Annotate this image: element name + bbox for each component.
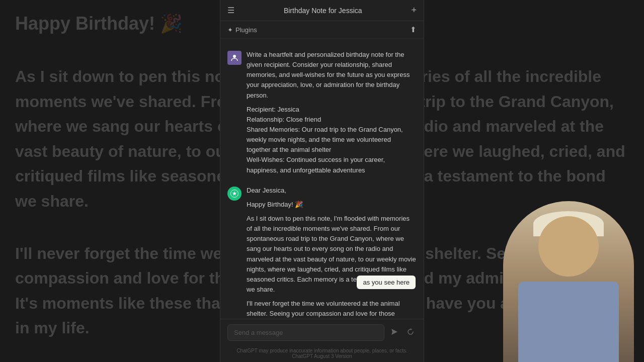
message-input[interactable] bbox=[227, 324, 384, 341]
tooltip-bubble: as you see here bbox=[357, 276, 416, 289]
share-icon[interactable]: ⬆ bbox=[410, 25, 417, 34]
ai-message: Dear Jessica, Happy Birthday! 🎉 As I sit… bbox=[220, 180, 424, 319]
plugins-button[interactable]: ✦ Plugins bbox=[227, 26, 257, 34]
chat-title: Birthday Note for Jessica bbox=[284, 7, 362, 15]
send-button[interactable] bbox=[388, 326, 400, 340]
menu-icon[interactable]: ☰ bbox=[227, 6, 234, 15]
ai-msg-salutation: Dear Jessica, bbox=[247, 186, 417, 196]
ai-message-content: Dear Jessica, Happy Birthday! 🎉 As I sit… bbox=[247, 186, 417, 319]
user-avatar bbox=[227, 51, 242, 65]
user-message: Write a heartfelt and personalized birth… bbox=[220, 45, 424, 180]
user-message-content: Write a heartfelt and personalized birth… bbox=[247, 50, 417, 175]
svg-point-0 bbox=[233, 55, 236, 58]
user-msg-line-1: Write a heartfelt and personalized birth… bbox=[247, 50, 417, 101]
chat-panel: ☰ Birthday Note for Jessica + ✦ Plugins … bbox=[220, 0, 424, 362]
regenerate-button[interactable] bbox=[405, 326, 417, 339]
plugins-bar: ✦ Plugins ⬆ bbox=[220, 21, 424, 39]
plugins-icon: ✦ bbox=[227, 26, 233, 34]
person-video-overlay bbox=[493, 191, 644, 362]
new-chat-icon[interactable]: + bbox=[411, 5, 417, 16]
input-area bbox=[220, 319, 424, 346]
ai-msg-greeting: Happy Birthday! 🎉 bbox=[247, 200, 417, 210]
ai-msg-para2: I'll never forget the time we volunteere… bbox=[247, 299, 417, 319]
user-msg-line-2: Recipient: JessicaRelationship: Close fr… bbox=[247, 105, 417, 175]
ai-avatar bbox=[227, 187, 242, 201]
footer-disclaimer: ChatGPT may produce inaccurate informati… bbox=[220, 346, 424, 362]
chat-header: ☰ Birthday Note for Jessica + bbox=[220, 0, 424, 21]
plugins-label: Plugins bbox=[235, 26, 257, 34]
